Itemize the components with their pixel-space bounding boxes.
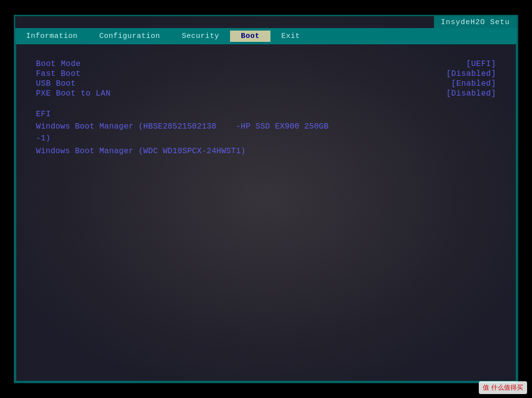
bios-setting-value: [Enabled] bbox=[451, 79, 496, 88]
menu-bar[interactable]: InformationConfigurationSecurityBootExit bbox=[15, 28, 517, 44]
bios-frame: InsydeH2O Setu InformationConfigurationS… bbox=[14, 15, 518, 383]
bios-setting-value: [Disabled] bbox=[446, 69, 496, 78]
bios-setting-value: [UEFI] bbox=[466, 60, 496, 68]
brand-bar: InsydeH2O Setu bbox=[434, 16, 517, 29]
section-gap bbox=[36, 99, 496, 110]
bios-setting-label: Fast Boot bbox=[36, 69, 81, 78]
bios-setting-row[interactable]: USB Boot[Enabled] bbox=[36, 79, 496, 88]
menu-item-exit[interactable]: Exit bbox=[270, 31, 311, 42]
bios-setting-row[interactable]: Boot Mode[UEFI] bbox=[36, 60, 496, 68]
bios-setting-row[interactable]: PXE Boot to LAN[Disabled] bbox=[36, 89, 496, 98]
menu-item-security[interactable]: Security bbox=[171, 31, 230, 42]
menu-item-boot[interactable]: Boot bbox=[230, 31, 270, 42]
watermark: 值 什么值得买 bbox=[479, 381, 527, 394]
content-area: Boot Mode[UEFI]Fast Boot[Disabled]USB Bo… bbox=[15, 45, 517, 382]
bios-setting-value: [Disabled] bbox=[446, 89, 496, 98]
bios-setting-label: Boot Mode bbox=[36, 60, 81, 68]
efi-section-label: EFI bbox=[36, 110, 496, 119]
bios-background: InsydeH2O Setu InformationConfigurationS… bbox=[15, 16, 517, 382]
menu-item-information[interactable]: Information bbox=[15, 31, 89, 42]
brand-title: InsydeH2O Setu bbox=[441, 18, 510, 27]
efi-boot-entry[interactable]: Windows Boot Manager (HBSE28521502138 -H… bbox=[36, 121, 496, 144]
menu-item-configuration[interactable]: Configuration bbox=[89, 31, 171, 42]
bios-setting-label: USB Boot bbox=[36, 79, 76, 88]
bios-setting-label: PXE Boot to LAN bbox=[36, 89, 111, 98]
efi-boot-entry[interactable]: Windows Boot Manager (WDC WD10SPCX-24HWS… bbox=[36, 145, 496, 157]
bios-setting-row[interactable]: Fast Boot[Disabled] bbox=[36, 69, 496, 78]
